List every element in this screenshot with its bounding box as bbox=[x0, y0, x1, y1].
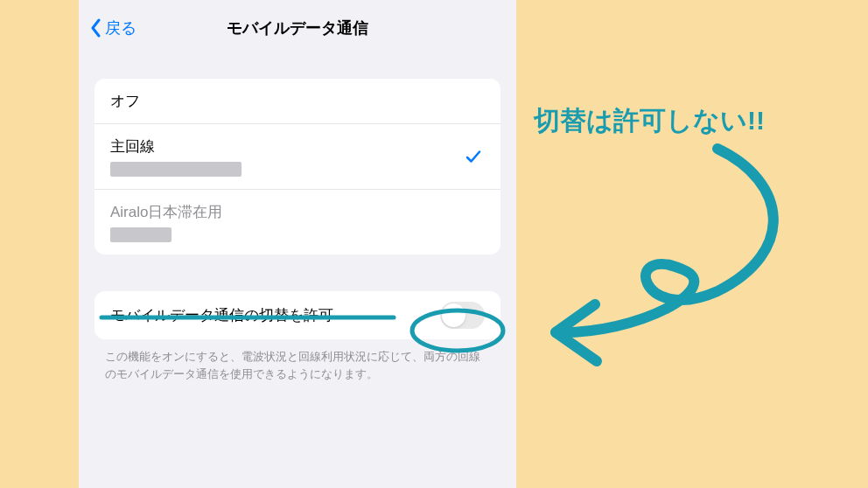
line-label: オフ bbox=[110, 91, 485, 111]
line-label: 主回線 bbox=[110, 136, 485, 157]
back-label: 戻る bbox=[105, 17, 136, 38]
toggle-group: モバイルデータ通信の切替を許可 bbox=[94, 291, 500, 339]
lines-group: オフ 主回線 Airalo日本滞在用 bbox=[94, 79, 500, 254]
back-button[interactable]: 戻る bbox=[89, 17, 136, 38]
cellular-switching-toggle[interactable] bbox=[440, 302, 485, 329]
settings-panel: 戻る モバイルデータ通信 オフ 主回線 Airalo日本滞在用 モバイルデータ通… bbox=[79, 0, 516, 488]
line-row-off[interactable]: オフ bbox=[94, 79, 500, 124]
checkmark-icon bbox=[466, 149, 481, 164]
annotation-text: 切替は許可しない!! bbox=[534, 103, 765, 139]
arrow-annotation bbox=[508, 138, 814, 401]
page-title: モバイルデータ通信 bbox=[227, 17, 368, 38]
toggle-knob bbox=[442, 303, 466, 327]
chevron-left-icon bbox=[89, 18, 102, 38]
toggle-label: モバイルデータ通信の切替を許可 bbox=[110, 305, 333, 325]
line-row-airalo[interactable]: Airalo日本滞在用 bbox=[94, 190, 500, 254]
toggle-row: モバイルデータ通信の切替を許可 bbox=[94, 291, 500, 339]
navigation-bar: 戻る モバイルデータ通信 bbox=[79, 0, 516, 52]
footer-description: この機能をオンにすると、電波状況と回線利用状況に応じて、両方の回線のモバイルデー… bbox=[105, 348, 490, 383]
redacted-text bbox=[110, 227, 172, 242]
line-row-primary[interactable]: 主回線 bbox=[94, 124, 500, 190]
line-label: Airalo日本滞在用 bbox=[110, 202, 485, 222]
redacted-text bbox=[110, 162, 242, 177]
